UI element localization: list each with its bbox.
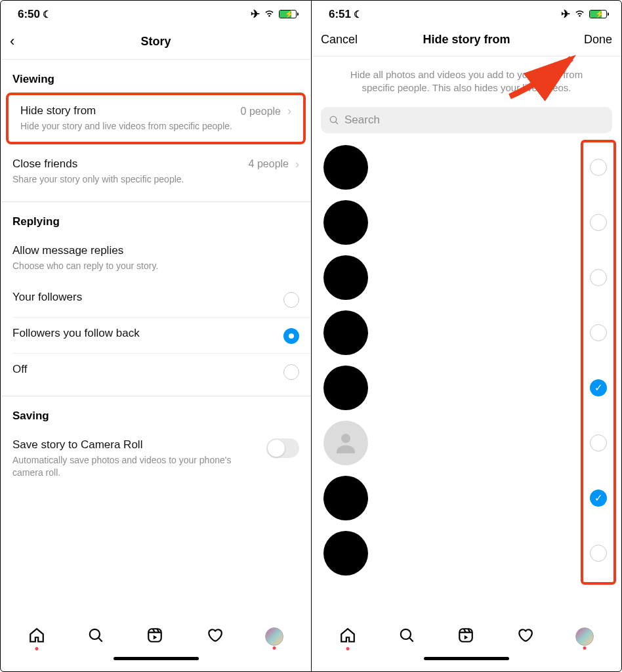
nav-header: Cancel Hide story from Done bbox=[312, 25, 621, 56]
airplane-icon: ✈︎ bbox=[251, 7, 260, 21]
avatar bbox=[323, 366, 368, 410]
section-viewing-header: Viewing bbox=[1, 60, 311, 93]
notification-dot-icon bbox=[346, 647, 350, 650]
user-row[interactable] bbox=[312, 195, 621, 250]
home-indicator bbox=[1, 657, 311, 671]
section-replying-header: Replying bbox=[1, 202, 311, 235]
tab-reels[interactable] bbox=[146, 627, 163, 646]
toggle-off-icon[interactable] bbox=[266, 438, 299, 458]
annotation-highlight-hide-story: Hide story from Hide your story and live… bbox=[6, 93, 306, 144]
battery-icon: ⚡ bbox=[589, 10, 607, 18]
avatar bbox=[323, 531, 368, 576]
avatar bbox=[323, 476, 368, 520]
wifi-icon bbox=[264, 8, 275, 21]
tab-bar bbox=[312, 616, 621, 657]
dnd-icon: ☾ bbox=[354, 9, 362, 20]
info-text: Hide all photos and videos you add to yo… bbox=[312, 56, 621, 104]
avatar bbox=[323, 255, 368, 300]
user-row[interactable] bbox=[312, 526, 621, 581]
allow-replies-row: Allow message replies Choose who can rep… bbox=[1, 235, 311, 282]
checkbox-checked-icon[interactable]: ✓ bbox=[590, 379, 607, 396]
allow-replies-title: Allow message replies bbox=[12, 244, 293, 257]
svg-point-3 bbox=[341, 434, 350, 443]
svg-rect-1 bbox=[149, 629, 162, 642]
radio-icon bbox=[283, 292, 299, 308]
user-row[interactable] bbox=[312, 415, 621, 471]
avatar bbox=[323, 145, 368, 190]
search-placeholder: Search bbox=[344, 114, 380, 127]
svg-point-4 bbox=[401, 629, 411, 639]
chevron-right-icon: › bbox=[287, 104, 291, 118]
radio-selected-icon bbox=[283, 328, 299, 344]
wifi-icon bbox=[574, 8, 585, 21]
hide-story-from-row[interactable]: Hide story from Hide your story and live… bbox=[9, 95, 303, 142]
back-button[interactable]: ‹ bbox=[10, 33, 54, 50]
user-row[interactable] bbox=[312, 250, 621, 305]
avatar bbox=[265, 627, 283, 646]
close-friends-row[interactable]: Close friends Share your story only with… bbox=[1, 144, 311, 195]
close-friends-value: 4 people bbox=[249, 158, 289, 170]
tab-search[interactable] bbox=[87, 627, 104, 646]
svg-point-0 bbox=[90, 629, 100, 639]
checkbox-icon[interactable] bbox=[590, 214, 607, 231]
section-saving-header: Saving bbox=[1, 396, 311, 429]
avatar bbox=[575, 627, 594, 646]
home-indicator bbox=[312, 657, 621, 671]
option-off[interactable]: Off bbox=[1, 354, 311, 389]
checkbox-icon[interactable] bbox=[590, 434, 607, 452]
notification-dot-icon bbox=[583, 646, 587, 650]
user-row[interactable]: ✓ bbox=[312, 360, 621, 415]
hide-story-value: 0 people bbox=[241, 106, 281, 117]
option-followers-you-follow-back[interactable]: Followers you follow back bbox=[1, 318, 311, 353]
avatar bbox=[323, 310, 368, 355]
done-button[interactable]: Done bbox=[568, 33, 612, 47]
search-input[interactable]: Search bbox=[321, 107, 612, 133]
save-camera-roll-row[interactable]: Save story to Camera Roll Automatically … bbox=[1, 429, 311, 488]
page-title: Hide story from bbox=[423, 33, 510, 47]
cancel-button[interactable]: Cancel bbox=[321, 33, 365, 47]
option-your-followers[interactable]: Your followers bbox=[1, 282, 311, 317]
checkbox-icon[interactable] bbox=[590, 159, 607, 176]
svg-rect-5 bbox=[459, 629, 472, 642]
allow-replies-sub: Choose who can reply to your story. bbox=[12, 260, 293, 272]
user-row[interactable] bbox=[312, 140, 621, 195]
avatar bbox=[323, 421, 368, 465]
checkbox-checked-icon[interactable]: ✓ bbox=[590, 490, 607, 507]
tab-bar bbox=[1, 616, 311, 657]
user-row[interactable]: ✓ bbox=[312, 471, 621, 526]
radio-icon bbox=[283, 364, 299, 380]
avatar bbox=[323, 200, 368, 245]
checkbox-icon[interactable] bbox=[590, 324, 607, 341]
hide-story-sub: Hide your story and live videos from spe… bbox=[20, 120, 234, 133]
checkbox-icon[interactable] bbox=[590, 269, 607, 286]
tab-profile[interactable] bbox=[575, 627, 594, 646]
close-friends-sub: Share your story only with specific peop… bbox=[12, 173, 242, 186]
tab-activity[interactable] bbox=[516, 627, 533, 646]
tab-activity[interactable] bbox=[206, 627, 223, 646]
hide-story-title: Hide story from bbox=[20, 104, 234, 117]
nav-header: ‹ Story bbox=[1, 25, 311, 60]
tab-profile[interactable] bbox=[265, 627, 283, 646]
search-icon bbox=[329, 115, 339, 125]
status-bar: 6:51 ☾ ✈︎ ⚡ bbox=[312, 1, 621, 25]
tab-home[interactable] bbox=[339, 627, 356, 646]
tab-home[interactable] bbox=[28, 627, 45, 646]
save-roll-sub: Automatically save photos and videos to … bbox=[12, 454, 260, 479]
tab-search[interactable] bbox=[398, 627, 415, 646]
tab-reels[interactable] bbox=[457, 627, 474, 646]
user-list: ✓✓ bbox=[312, 140, 621, 585]
hide-story-from-pane: 6:51 ☾ ✈︎ ⚡ Cancel Hide story from Done … bbox=[311, 1, 621, 671]
dnd-icon: ☾ bbox=[43, 9, 51, 20]
status-time: 6:50 bbox=[18, 8, 40, 21]
checkbox-icon[interactable] bbox=[590, 545, 607, 562]
page-title: Story bbox=[140, 35, 171, 49]
save-roll-title: Save story to Camera Roll bbox=[12, 438, 260, 452]
battery-icon: ⚡ bbox=[279, 10, 297, 18]
notification-dot-icon bbox=[272, 646, 276, 650]
airplane-icon: ✈︎ bbox=[561, 7, 570, 21]
user-row[interactable] bbox=[312, 305, 621, 360]
close-friends-title: Close friends bbox=[12, 158, 242, 171]
status-bar: 6:50 ☾ ✈︎ ⚡ bbox=[1, 1, 311, 25]
svg-point-2 bbox=[330, 116, 336, 122]
chevron-right-icon: › bbox=[295, 158, 299, 171]
